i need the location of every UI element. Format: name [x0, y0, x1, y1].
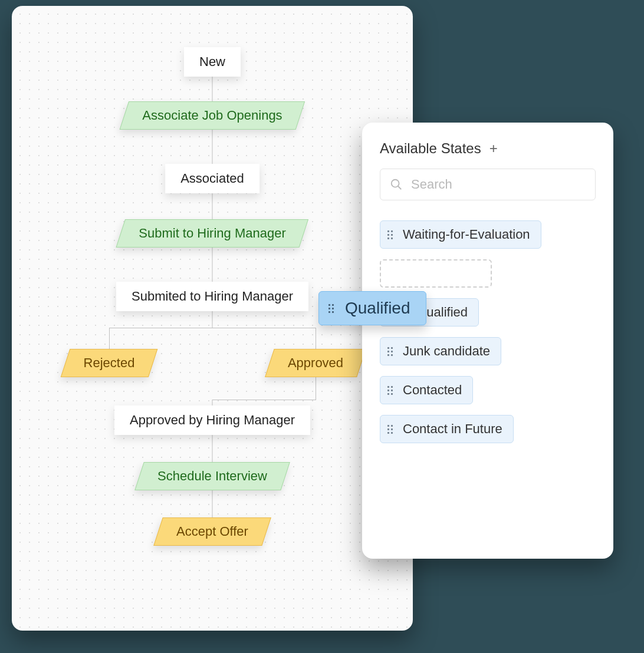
state-label: Approved by Hiring Manager: [130, 413, 295, 427]
state-chip-label: Contacted: [403, 382, 462, 398]
state-new[interactable]: New: [184, 47, 241, 77]
connector-line: [212, 400, 213, 405]
search-icon: [390, 178, 403, 191]
connector-line: [109, 328, 110, 349]
state-submitted-to-hiring-manager[interactable]: Submited to Hiring Manager: [116, 282, 308, 311]
connector-line: [316, 328, 316, 349]
drag-handle-icon[interactable]: [387, 425, 396, 434]
state-associated[interactable]: Associated: [165, 164, 259, 193]
action-label: Rejected: [84, 355, 135, 371]
state-chip-label: Qualified: [345, 299, 410, 318]
connector-line: [109, 328, 316, 328]
state-label: Submited to Hiring Manager: [132, 289, 293, 304]
connector-line: [212, 489, 213, 517]
connector-line: [212, 400, 316, 400]
panel-title: Available States: [380, 140, 481, 157]
state-chip-waiting-for-evaluation[interactable]: Waiting-for-Evaluation: [380, 220, 541, 249]
state-chip-label: Contact in Future: [403, 421, 502, 437]
add-state-icon[interactable]: +: [489, 140, 498, 157]
action-accept-offer[interactable]: Accept Offer: [153, 517, 271, 546]
connector-line: [212, 434, 213, 462]
state-chip-label: Junk candidate: [403, 344, 490, 359]
state-chip-qualified-dragging[interactable]: Qualified: [318, 291, 426, 325]
drag-handle-icon[interactable]: [387, 347, 396, 356]
action-approved[interactable]: Approved: [265, 349, 366, 377]
state-approved-by-hiring-manager[interactable]: Approved by Hiring Manager: [114, 405, 310, 435]
action-label: Submit to Hiring Manager: [139, 226, 285, 241]
action-label: Associate Job Openings: [142, 108, 282, 123]
available-states-panel: Available States + Search Waiting-for-Ev…: [362, 123, 613, 559]
connector-line: [212, 311, 213, 328]
connector-line: [212, 248, 213, 282]
drag-handle-icon[interactable]: [328, 304, 337, 313]
action-label: Approved: [288, 355, 343, 371]
drop-placeholder: [380, 259, 492, 288]
drag-handle-icon[interactable]: [387, 386, 396, 395]
action-label: Accept Offer: [176, 524, 248, 539]
action-rejected[interactable]: Rejected: [61, 349, 157, 377]
connector-line: [316, 375, 316, 400]
action-associate-job-openings[interactable]: Associate Job Openings: [120, 101, 305, 130]
connector-line: [212, 193, 213, 219]
svg-line-1: [398, 186, 402, 190]
action-submit-to-hiring-manager[interactable]: Submit to Hiring Manager: [116, 219, 308, 248]
search-placeholder: Search: [411, 177, 452, 192]
state-chip-label: Waiting-for-Evaluation: [403, 227, 530, 242]
state-label: Associated: [180, 171, 244, 186]
connector-line: [212, 75, 213, 101]
action-schedule-interview[interactable]: Schedule Interview: [134, 462, 290, 490]
search-input[interactable]: Search: [380, 169, 596, 200]
drag-handle-icon[interactable]: [387, 230, 396, 239]
state-chip-junk-candidate[interactable]: Junk candidate: [380, 337, 501, 365]
state-label: New: [199, 54, 225, 69]
svg-point-0: [392, 180, 399, 187]
state-chip-contacted[interactable]: Contacted: [380, 376, 473, 404]
connector-line: [212, 130, 213, 164]
action-label: Schedule Interview: [157, 469, 267, 484]
states-list: Waiting-for-Evaluation Unqualified Junk …: [380, 220, 596, 454]
state-chip-contact-in-future[interactable]: Contact in Future: [380, 415, 514, 443]
